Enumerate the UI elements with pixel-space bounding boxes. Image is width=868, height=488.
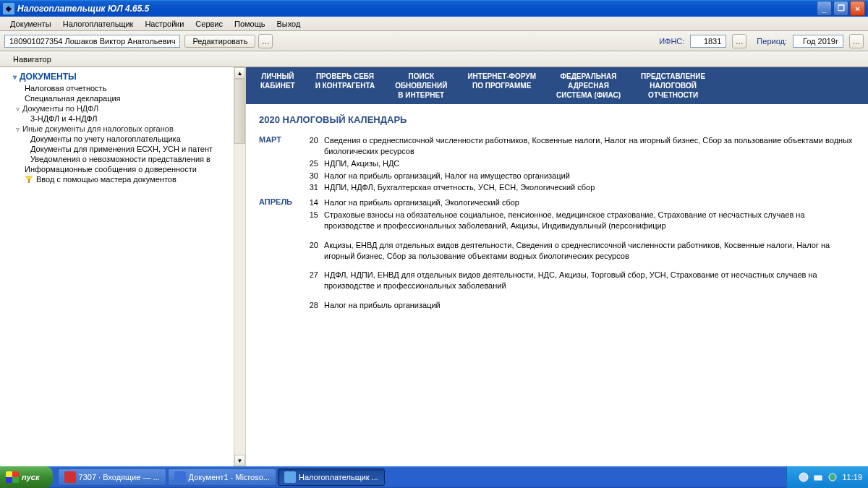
calendar-text: Налог на прибыль организаций xyxy=(324,300,855,311)
taskbar: пуск 7307 · Входящие — ...Документ1 - Mi… xyxy=(0,466,868,488)
period-label: Период: xyxy=(757,37,787,46)
calendar-day: 20 xyxy=(302,240,318,262)
calendar-text: Страховые взносы на обязательное социаль… xyxy=(324,210,855,231)
tree-item[interactable]: Специальная декларация xyxy=(0,93,234,103)
titlebar: ◆ Налогоплательщик ЮЛ 4.65.5 _ ❐ × xyxy=(0,0,868,17)
calendar-entry xyxy=(302,262,855,268)
edit-button[interactable]: Редактировать xyxy=(184,35,255,48)
tree-item[interactable]: Документы по учету налогоплательщика xyxy=(0,134,234,144)
taskbar-item-label: Документ1 - Microso... xyxy=(189,473,270,481)
tree-header-documents[interactable]: ДОКУМЕНТЫ xyxy=(0,70,234,83)
menu-item[interactable]: Документы xyxy=(4,18,57,30)
period-value[interactable]: Год 2019г xyxy=(793,35,843,48)
calendar-text xyxy=(324,262,855,268)
calendar-day: 31 xyxy=(302,182,318,193)
taskbar-item[interactable]: Документ1 - Microso... xyxy=(168,468,276,486)
system-tray[interactable]: 11:19 xyxy=(786,466,868,488)
calendar-month: МАРТ xyxy=(259,135,302,194)
tree-item[interactable]: 3-НДФЛ и 4-НДФЛ xyxy=(0,114,234,124)
scroll-up-button[interactable]: ▲ xyxy=(234,67,245,79)
browse-period-button[interactable]: … xyxy=(849,34,864,48)
calendar-day: 27 xyxy=(302,270,318,291)
calendar-entry xyxy=(302,293,855,299)
svg-rect-1 xyxy=(814,476,822,480)
window-title: Налогоплательщик ЮЛ 4.65.5 xyxy=(17,4,815,14)
calendar-month: АПРЕЛЬ xyxy=(259,197,302,312)
taskbar-item[interactable]: 7307 · Входящие — ... xyxy=(58,468,166,486)
calendar-text xyxy=(324,293,855,299)
tree-item-label: Ввод с помощью мастера документов xyxy=(36,175,176,184)
calendar-text: Налог на прибыль организаций, Налог на и… xyxy=(324,171,855,181)
nav-link[interactable]: ИНТЕРНЕТ-ФОРУМ ПО ПРОГРАММЕ xyxy=(467,72,536,100)
nav-link[interactable]: ЛИЧНЫЙ КАБИНЕТ xyxy=(260,72,295,100)
ifns-label: ИФНС: xyxy=(659,37,684,46)
calendar-text: НДФЛ, НДПИ, ЕНВД для отдельных видов дея… xyxy=(324,270,855,291)
nav-link[interactable]: ПРЕДСТАВЛЕНИЕ НАЛОГОВОЙ ОТЧЕТНОСТИ xyxy=(641,72,705,100)
calendar-entry: 25НДПИ, Акцизы, НДС xyxy=(302,158,855,169)
calendar-day: 20 xyxy=(302,135,318,157)
calendar-text: Сведения о среднесписочной численности р… xyxy=(324,135,855,157)
svg-point-2 xyxy=(829,474,836,481)
menubar: ДокументыНалогоплательщикНастройкиСервис… xyxy=(0,17,868,31)
app-icon: ◆ xyxy=(3,3,14,14)
calendar-day: 14 xyxy=(302,197,318,208)
calendar-entry: 31НДПИ, НДФЛ, Бухгалтерская отчетность, … xyxy=(302,182,855,193)
ifns-value[interactable]: 1831 xyxy=(690,35,726,48)
browse-taxpayer-button[interactable]: … xyxy=(258,34,273,48)
menu-item[interactable]: Налогоплательщик xyxy=(57,18,140,30)
content-panel: ЛИЧНЫЙ КАБИНЕТПРОВЕРЬ СЕБЯ И КОНТРАГЕНТА… xyxy=(246,67,868,466)
calendar-day: 15 xyxy=(302,210,318,231)
nav-link[interactable]: ПРОВЕРЬ СЕБЯ И КОНТРАГЕНТА xyxy=(315,72,375,100)
menu-item[interactable]: Помощь xyxy=(229,18,271,30)
tree-item[interactable]: Документы по НДФЛ xyxy=(0,103,234,114)
calendar-entry: 30Налог на прибыль организаций, Налог на… xyxy=(302,171,855,181)
tree-panel: ДОКУМЕНТЫ Налоговая отчетностьСпециальна… xyxy=(0,67,246,466)
taskbar-item-icon xyxy=(284,471,296,483)
tree-scrollbar[interactable]: ▲ ▼ xyxy=(234,67,245,466)
calendar-day: 28 xyxy=(302,300,318,311)
menu-item[interactable]: Сервис xyxy=(190,18,229,30)
tray-icon[interactable] xyxy=(827,472,838,482)
tree-item[interactable]: Иные документы для налоговых органов xyxy=(0,124,234,134)
clock[interactable]: 11:19 xyxy=(842,473,862,481)
taskbar-item[interactable]: Налогоплательщик ... xyxy=(278,468,385,486)
calendar-entry: 20Сведения о среднесписочной численности… xyxy=(302,135,855,157)
maximize-button[interactable]: ❐ xyxy=(833,1,848,16)
calendar-day xyxy=(302,262,318,268)
calendar-text: Налог на прибыль организаций, Экологичес… xyxy=(324,197,855,208)
scroll-down-button[interactable]: ▼ xyxy=(234,455,245,466)
browse-ifns-button[interactable]: … xyxy=(732,34,746,48)
calendar-day xyxy=(302,233,318,239)
taskbar-item-label: Налогоплательщик ... xyxy=(299,473,378,481)
calendar-text: НДПИ, НДФЛ, Бухгалтерская отчетность, УС… xyxy=(324,182,855,193)
taxpayer-field[interactable]: 180901027354 Лошаков Виктор Анатольевич xyxy=(4,35,180,48)
tree-item[interactable]: Ввод с помощью мастера документов xyxy=(0,174,234,184)
navigator-label[interactable]: Навигатор xyxy=(13,55,51,64)
calendar-entry: 20Акцизы, ЕНВД для отдельных видов деяте… xyxy=(302,240,855,262)
calendar-day xyxy=(302,293,318,299)
blue-nav: ЛИЧНЫЙ КАБИНЕТПРОВЕРЬ СЕБЯ И КОНТРАГЕНТА… xyxy=(246,67,868,104)
calendar-text: НДПИ, Акцизы, НДС xyxy=(324,158,855,169)
calendar-day: 25 xyxy=(302,158,318,169)
tree-item[interactable]: Уведомления о невозможности представлени… xyxy=(0,154,234,164)
taskbar-item-icon xyxy=(174,471,186,483)
minimize-button[interactable]: _ xyxy=(817,1,832,16)
tree-item[interactable]: Документы для применения ЕСХН, УСН и пат… xyxy=(0,144,234,154)
menu-item[interactable]: Выход xyxy=(271,18,307,30)
nav-link[interactable]: ФЕДЕРАЛЬНАЯ АДРЕСНАЯ СИСТЕМА (ФИАС) xyxy=(556,72,621,100)
calendar-entry: 28Налог на прибыль организаций xyxy=(302,300,855,311)
toolbar: 180901027354 Лошаков Виктор Анатольевич … xyxy=(0,31,868,51)
taskbar-item-icon xyxy=(64,471,76,483)
calendar-text xyxy=(324,233,855,239)
nav-link[interactable]: ПОИСК ОБНОВЛЕНИЙ В ИНТЕРНЕТ xyxy=(395,72,447,100)
scroll-thumb[interactable] xyxy=(234,79,245,144)
taskbar-item-label: 7307 · Входящие — ... xyxy=(79,473,160,481)
menu-item[interactable]: Настройки xyxy=(139,18,190,30)
tree-item[interactable]: Налоговая отчетность xyxy=(0,83,234,93)
start-button[interactable]: пуск xyxy=(0,466,53,488)
tree-item[interactable]: Информационные сообщения о доверенности xyxy=(0,164,234,174)
tray-icon[interactable] xyxy=(799,472,809,482)
tray-icon[interactable] xyxy=(813,472,823,482)
close-button[interactable]: × xyxy=(850,1,865,16)
wizard-icon xyxy=(25,176,33,183)
